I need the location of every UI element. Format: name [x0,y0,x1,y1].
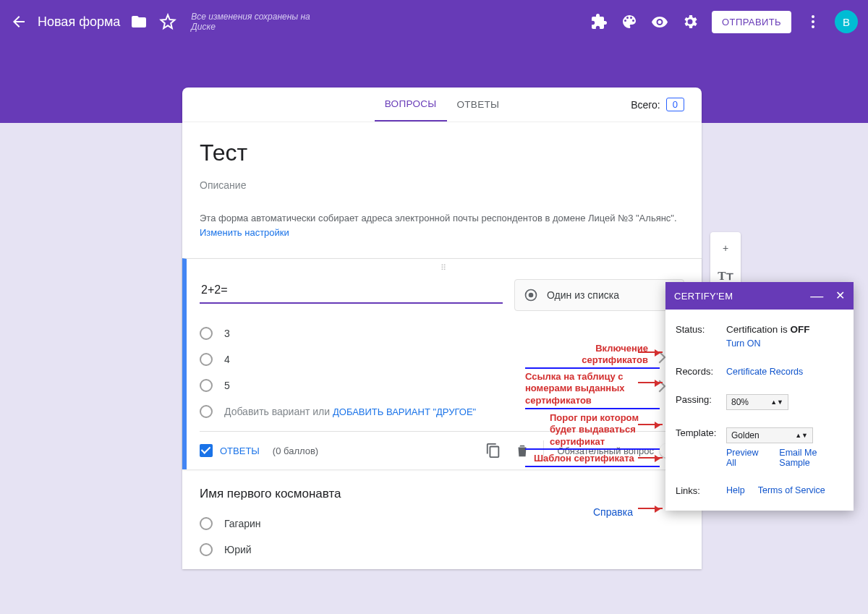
panel-row-template: Template: Golden▲▼ Preview All Email Me … [665,419,854,477]
preview-eye-icon[interactable] [651,13,668,30]
annotation-records-link: Ссылка на таблицу с номерами выданных се… [525,371,655,406]
panel-row-links: Links: Help Terms of Service [665,477,854,505]
account-avatar[interactable]: В [835,10,858,33]
add-option-button[interactable]: Добавить вариант [224,406,310,417]
passing-select[interactable]: 80%▲▼ [726,394,788,410]
addons-puzzle-icon[interactable] [590,13,608,30]
doc-title[interactable]: Новая форма [38,14,120,30]
annotation-divider [525,367,660,369]
settings-gear-icon[interactable] [681,13,699,30]
change-settings-link[interactable]: Изменить настройки [200,227,289,238]
option-row[interactable]: Юрий [200,543,684,556]
arrow-icon [638,382,663,383]
palette-icon[interactable] [621,13,638,30]
arrow-icon [638,351,663,353]
tab-questions[interactable]: ВОПРОСЫ [375,88,447,121]
annotation-passing-threshold: Порог при котором будет выдаваться серти… [550,412,658,448]
arrow-icon [638,424,663,425]
email-sample-link[interactable]: Email Me Sample [779,448,843,468]
panel-header[interactable]: CERTIFY'EM — ✕ [665,282,854,310]
annotation-enable-certificates: Включение сертификатов [561,343,648,367]
drag-handle-icon[interactable]: ⠿ [441,263,448,273]
form-editor-card: ВОПРОСЫ ОТВЕТЫ Всего: 0 Тест Описание Эт… [182,88,702,569]
form-title[interactable]: Тест [200,140,684,166]
delete-icon[interactable] [514,443,530,459]
answer-key-button[interactable]: ОТВЕТЫ [200,444,260,457]
panel-row-passing: Passing: 80%▲▼ [665,385,854,419]
certifyem-panel: CERTIFY'EM — ✕ Status: Certification is … [665,282,854,511]
preview-all-link[interactable]: Preview All [726,448,766,468]
panel-row-status: Status: Certification is OFF Turn ON [665,315,854,357]
radio-icon [200,353,213,366]
radio-icon [200,517,213,530]
tab-answers[interactable]: ОТВЕТЫ [447,88,510,121]
certification-status: Certification is OFF [726,324,843,335]
total-count-badge: 0 [666,98,684,111]
total-responses: Всего: 0 [631,98,684,111]
radio-icon [200,405,213,418]
panel-row-records: Records: Certificate Records [665,357,854,385]
arrow-icon [638,508,663,509]
add-other-button[interactable]: ДОБАВИТЬ ВАРИАНТ "ДРУГОЕ" [333,406,476,417]
minimize-icon[interactable]: — [810,289,823,304]
annotation-divider [525,466,660,467]
check-icon [200,444,213,457]
email-collection-notice: Эта форма автоматически собирает адреса … [200,211,684,252]
option-row[interactable]: Гагарин [200,517,684,530]
turn-on-link[interactable]: Turn ON [726,338,760,349]
star-icon[interactable] [159,13,176,30]
svg-point-1 [812,20,814,23]
svg-point-2 [812,25,814,28]
question-text[interactable]: Имя первого космонавта [200,487,684,501]
save-status: Все изменения сохранены на Диске [191,12,321,33]
points-label: (0 баллов) [273,445,318,456]
template-select[interactable]: Golden▲▼ [726,427,813,443]
annotation-divider [525,448,660,450]
certificate-records-link[interactable]: Certificate Records [726,367,803,377]
svg-point-0 [812,15,814,18]
copy-icon[interactable] [485,443,501,459]
more-vert-icon[interactable] [804,13,822,30]
add-question-button[interactable]: + [714,236,737,260]
radio-icon [524,288,538,302]
radio-icon [200,327,213,340]
radio-icon [200,543,213,556]
back-arrow-icon[interactable] [10,13,27,30]
option-row[interactable]: 3 [200,327,684,340]
tos-link[interactable]: Terms of Service [758,485,825,495]
svg-point-4 [529,293,534,298]
form-tabs: ВОПРОСЫ ОТВЕТЫ Всего: 0 [182,88,702,122]
send-button[interactable]: ОТПРАВИТЬ [712,11,791,33]
question-text-input[interactable]: 2+2= [200,279,503,304]
close-icon[interactable]: ✕ [835,289,845,304]
folder-icon[interactable] [130,13,148,30]
form-description[interactable]: Описание [200,179,684,191]
question-type-dropdown[interactable]: Один из списка [514,279,684,311]
total-label: Всего: [631,99,660,111]
arrow-icon [638,457,663,459]
help-link-overlay[interactable]: Справка [593,506,633,518]
radio-icon [200,379,213,392]
help-link[interactable]: Help [726,485,745,495]
annotation-divider [525,408,660,409]
annotation-template: Шаблон сертификата [534,453,634,464]
